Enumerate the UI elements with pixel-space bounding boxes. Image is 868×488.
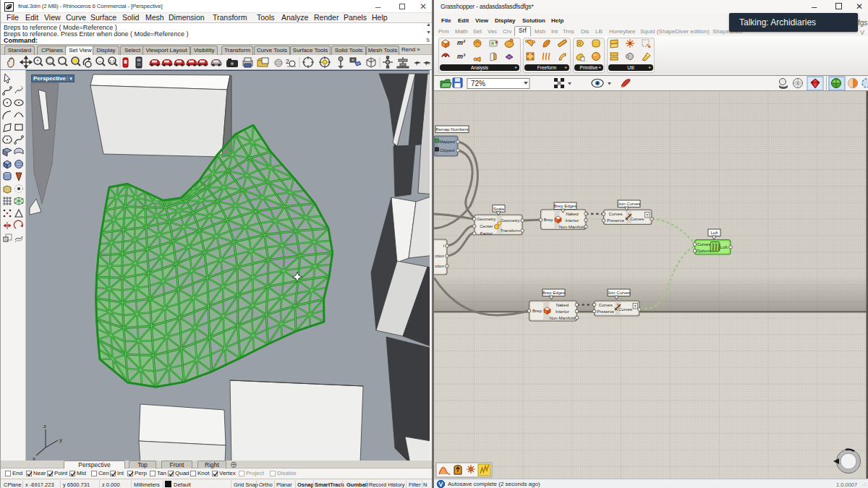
svg-text:Scale: Scale bbox=[493, 207, 505, 211]
svg-text:ction: ction bbox=[435, 264, 444, 268]
svg-text:Brep: Brep bbox=[532, 309, 542, 313]
svg-text:l: l bbox=[443, 244, 444, 248]
svg-text:Interior: Interior bbox=[565, 218, 579, 223]
svg-text:Interior: Interior bbox=[556, 309, 569, 314]
svg-text:Non-Manifold: Non-Manifold bbox=[549, 316, 575, 320]
svg-text:Preserve: Preserve bbox=[607, 218, 625, 223]
svg-text:Factor: Factor bbox=[480, 231, 493, 236]
svg-text:y: y bbox=[59, 437, 62, 443]
svg-text:Loft: Loft bbox=[710, 231, 718, 235]
svg-text:»: » bbox=[427, 59, 430, 67]
svg-text:Curves: Curves bbox=[697, 242, 710, 247]
svg-text:–: – bbox=[98, 59, 101, 64]
svg-text:Naked: Naked bbox=[556, 303, 569, 307]
svg-text:Geometry: Geometry bbox=[477, 217, 495, 221]
svg-text:z: z bbox=[43, 423, 46, 429]
svg-text:Curves: Curves bbox=[609, 212, 623, 216]
svg-text:Mapped: Mapped bbox=[439, 140, 455, 144]
svg-text:+: + bbox=[36, 58, 39, 63]
svg-text:Brep Edges: Brep Edges bbox=[542, 291, 565, 295]
svg-text:Center: Center bbox=[480, 224, 493, 228]
svg-text:m²: m² bbox=[457, 39, 466, 46]
svg-text:72%: 72% bbox=[471, 80, 485, 87]
svg-text:Non-Manifold: Non-Manifold bbox=[559, 225, 585, 229]
svg-text:Clipped: Clipped bbox=[440, 148, 454, 153]
svg-text:ction: ction bbox=[435, 254, 444, 258]
svg-text:Preserve: Preserve bbox=[597, 309, 615, 314]
svg-text:Options: Options bbox=[697, 249, 712, 253]
svg-text:m³: m³ bbox=[457, 53, 466, 60]
svg-text:Brep: Brep bbox=[544, 218, 553, 222]
svg-text:Naked: Naked bbox=[566, 212, 578, 216]
svg-text:Loft: Loft bbox=[720, 245, 728, 249]
svg-text:Curves: Curves bbox=[599, 303, 613, 307]
svg-text:Join Curves: Join Curves bbox=[608, 291, 631, 295]
svg-text:Brep Edges: Brep Edges bbox=[554, 204, 576, 208]
svg-text:Curves: Curves bbox=[630, 217, 644, 221]
svg-text:Curves: Curves bbox=[618, 307, 632, 312]
svg-text:Remap Numbers: Remap Numbers bbox=[435, 127, 468, 132]
svg-text:Join Curves: Join Curves bbox=[618, 202, 641, 206]
svg-text:Geometry: Geometry bbox=[501, 218, 519, 223]
svg-text:Transform: Transform bbox=[501, 228, 520, 233]
svg-text:1:1: 1:1 bbox=[109, 59, 116, 64]
svg-text:2: 2 bbox=[286, 58, 289, 65]
